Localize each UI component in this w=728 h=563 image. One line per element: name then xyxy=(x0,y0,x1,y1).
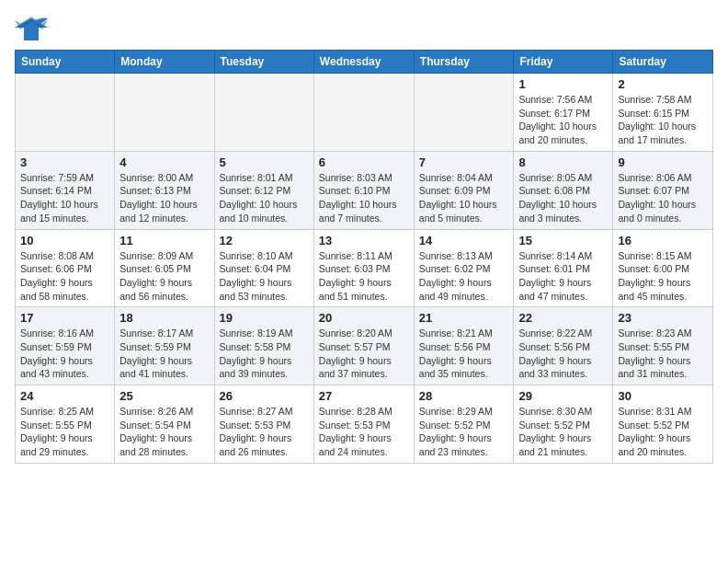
day-number: 17 xyxy=(20,311,109,325)
day-number: 24 xyxy=(20,389,109,403)
day-info: Sunrise: 8:28 AMSunset: 5:53 PMDaylight:… xyxy=(319,405,409,459)
day-info: Sunrise: 8:20 AMSunset: 5:57 PMDaylight:… xyxy=(319,327,409,381)
day-info: Sunrise: 8:00 AMSunset: 6:13 PMDaylight:… xyxy=(119,171,209,225)
calendar-cell xyxy=(313,74,414,152)
calendar-header-row: SundayMondayTuesdayWednesdayThursdayFrid… xyxy=(16,51,713,74)
day-number: 26 xyxy=(220,389,309,403)
day-info: Sunrise: 8:27 AMSunset: 5:53 PMDaylight:… xyxy=(220,405,309,459)
calendar-cell: 6Sunrise: 8:03 AMSunset: 6:10 PMDaylight… xyxy=(313,151,414,229)
calendar-cell: 28Sunrise: 8:29 AMSunset: 5:52 PMDayligh… xyxy=(414,385,514,464)
day-number: 6 xyxy=(319,155,409,169)
day-number: 27 xyxy=(319,389,409,403)
day-info: Sunrise: 7:59 AMSunset: 6:14 PMDaylight:… xyxy=(20,171,109,225)
calendar: SundayMondayTuesdayWednesdayThursdayFrid… xyxy=(15,50,713,464)
day-number: 16 xyxy=(618,234,708,247)
day-number: 3 xyxy=(20,155,109,169)
calendar-cell: 17Sunrise: 8:16 AMSunset: 5:59 PMDayligh… xyxy=(16,307,115,385)
calendar-cell: 14Sunrise: 8:13 AMSunset: 6:02 PMDayligh… xyxy=(414,229,514,307)
calendar-cell: 24Sunrise: 8:25 AMSunset: 5:55 PMDayligh… xyxy=(16,385,115,464)
day-number: 13 xyxy=(319,234,409,247)
day-number: 14 xyxy=(419,234,509,247)
day-header-sunday: Sunday xyxy=(16,51,115,74)
calendar-cell: 11Sunrise: 8:09 AMSunset: 6:05 PMDayligh… xyxy=(115,229,214,307)
calendar-cell: 15Sunrise: 8:14 AMSunset: 6:01 PMDayligh… xyxy=(514,229,613,307)
calendar-cell: 8Sunrise: 8:05 AMSunset: 6:08 PMDaylight… xyxy=(514,151,613,229)
day-number: 30 xyxy=(618,389,708,403)
day-number: 28 xyxy=(419,389,509,403)
day-header-saturday: Saturday xyxy=(613,51,713,74)
calendar-cell: 13Sunrise: 8:11 AMSunset: 6:03 PMDayligh… xyxy=(313,229,414,307)
calendar-cell: 19Sunrise: 8:19 AMSunset: 5:58 PMDayligh… xyxy=(214,307,313,385)
day-number: 21 xyxy=(419,311,509,325)
day-number: 5 xyxy=(220,155,309,169)
day-info: Sunrise: 8:09 AMSunset: 6:05 PMDaylight:… xyxy=(119,249,209,304)
day-info: Sunrise: 8:13 AMSunset: 6:02 PMDaylight:… xyxy=(419,249,509,304)
day-info: Sunrise: 7:56 AMSunset: 6:17 PMDaylight:… xyxy=(518,93,608,147)
calendar-week-row: 3Sunrise: 7:59 AMSunset: 6:14 PMDaylight… xyxy=(16,151,713,229)
calendar-cell: 10Sunrise: 8:08 AMSunset: 6:06 PMDayligh… xyxy=(16,229,115,307)
day-number: 15 xyxy=(518,234,608,247)
day-number: 22 xyxy=(518,311,608,325)
day-info: Sunrise: 8:04 AMSunset: 6:09 PMDaylight:… xyxy=(419,171,509,225)
calendar-cell: 20Sunrise: 8:20 AMSunset: 5:57 PMDayligh… xyxy=(313,307,414,385)
day-info: Sunrise: 8:01 AMSunset: 6:12 PMDaylight:… xyxy=(220,171,309,225)
calendar-cell xyxy=(414,74,514,152)
day-info: Sunrise: 8:06 AMSunset: 6:07 PMDaylight:… xyxy=(618,171,708,225)
calendar-cell: 3Sunrise: 7:59 AMSunset: 6:14 PMDaylight… xyxy=(16,151,115,229)
logo xyxy=(15,15,51,42)
day-info: Sunrise: 8:10 AMSunset: 6:04 PMDaylight:… xyxy=(220,249,309,304)
header xyxy=(15,15,713,42)
calendar-cell: 30Sunrise: 8:31 AMSunset: 5:52 PMDayligh… xyxy=(613,385,713,464)
calendar-week-row: 1Sunrise: 7:56 AMSunset: 6:17 PMDaylight… xyxy=(16,74,713,152)
calendar-cell: 7Sunrise: 8:04 AMSunset: 6:09 PMDaylight… xyxy=(414,151,514,229)
calendar-cell: 4Sunrise: 8:00 AMSunset: 6:13 PMDaylight… xyxy=(115,151,214,229)
day-number: 19 xyxy=(220,311,309,325)
calendar-cell: 29Sunrise: 8:30 AMSunset: 5:52 PMDayligh… xyxy=(514,385,613,464)
calendar-cell xyxy=(214,74,313,152)
calendar-cell: 5Sunrise: 8:01 AMSunset: 6:12 PMDaylight… xyxy=(214,151,313,229)
calendar-cell: 27Sunrise: 8:28 AMSunset: 5:53 PMDayligh… xyxy=(313,385,414,464)
day-header-friday: Friday xyxy=(514,51,613,74)
calendar-week-row: 17Sunrise: 8:16 AMSunset: 5:59 PMDayligh… xyxy=(16,307,713,385)
day-number: 18 xyxy=(119,311,209,325)
day-info: Sunrise: 8:15 AMSunset: 6:00 PMDaylight:… xyxy=(618,249,708,304)
day-number: 12 xyxy=(220,234,309,247)
day-number: 4 xyxy=(119,155,209,169)
day-info: Sunrise: 8:11 AMSunset: 6:03 PMDaylight:… xyxy=(319,249,409,304)
day-info: Sunrise: 8:26 AMSunset: 5:54 PMDaylight:… xyxy=(119,405,209,459)
day-number: 25 xyxy=(119,389,209,403)
day-info: Sunrise: 8:25 AMSunset: 5:55 PMDaylight:… xyxy=(20,405,109,459)
day-info: Sunrise: 8:16 AMSunset: 5:59 PMDaylight:… xyxy=(20,327,109,381)
day-info: Sunrise: 8:30 AMSunset: 5:52 PMDaylight:… xyxy=(518,405,608,459)
calendar-cell: 1Sunrise: 7:56 AMSunset: 6:17 PMDaylight… xyxy=(514,74,613,152)
calendar-cell: 23Sunrise: 8:23 AMSunset: 5:55 PMDayligh… xyxy=(613,307,713,385)
day-number: 29 xyxy=(518,389,608,403)
day-info: Sunrise: 8:29 AMSunset: 5:52 PMDaylight:… xyxy=(419,405,509,459)
day-info: Sunrise: 7:58 AMSunset: 6:15 PMDaylight:… xyxy=(618,93,708,147)
day-info: Sunrise: 8:23 AMSunset: 5:55 PMDaylight:… xyxy=(618,327,708,381)
day-header-tuesday: Tuesday xyxy=(214,51,313,74)
calendar-cell: 26Sunrise: 8:27 AMSunset: 5:53 PMDayligh… xyxy=(214,385,313,464)
day-number: 7 xyxy=(419,155,509,169)
day-info: Sunrise: 8:03 AMSunset: 6:10 PMDaylight:… xyxy=(319,171,409,225)
day-info: Sunrise: 8:31 AMSunset: 5:52 PMDaylight:… xyxy=(618,405,708,459)
calendar-cell: 25Sunrise: 8:26 AMSunset: 5:54 PMDayligh… xyxy=(115,385,214,464)
day-info: Sunrise: 8:14 AMSunset: 6:01 PMDaylight:… xyxy=(518,249,608,304)
calendar-cell xyxy=(115,74,214,152)
calendar-cell: 21Sunrise: 8:21 AMSunset: 5:56 PMDayligh… xyxy=(414,307,514,385)
day-info: Sunrise: 8:21 AMSunset: 5:56 PMDaylight:… xyxy=(419,327,509,381)
calendar-cell: 2Sunrise: 7:58 AMSunset: 6:15 PMDaylight… xyxy=(613,74,713,152)
day-info: Sunrise: 8:17 AMSunset: 5:59 PMDaylight:… xyxy=(119,327,209,381)
day-number: 2 xyxy=(618,77,708,91)
day-header-monday: Monday xyxy=(115,51,214,74)
logo-icon xyxy=(15,15,48,42)
day-header-wednesday: Wednesday xyxy=(313,51,414,74)
calendar-cell: 22Sunrise: 8:22 AMSunset: 5:56 PMDayligh… xyxy=(514,307,613,385)
day-number: 9 xyxy=(618,155,708,169)
calendar-cell xyxy=(16,74,115,152)
calendar-cell: 9Sunrise: 8:06 AMSunset: 6:07 PMDaylight… xyxy=(613,151,713,229)
day-number: 8 xyxy=(518,155,608,169)
day-number: 11 xyxy=(119,234,209,247)
day-number: 1 xyxy=(518,77,608,91)
day-info: Sunrise: 8:05 AMSunset: 6:08 PMDaylight:… xyxy=(518,171,608,225)
